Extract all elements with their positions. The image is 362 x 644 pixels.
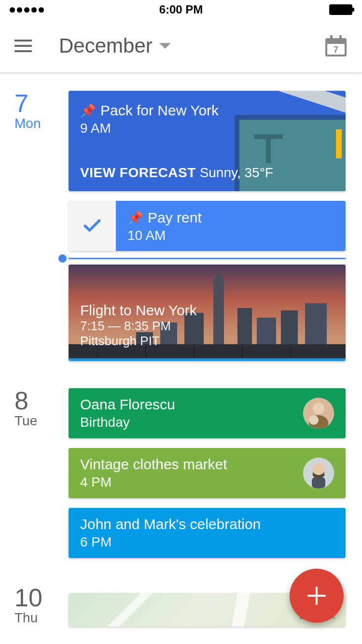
event-subtitle: Birthday — [80, 415, 175, 430]
pin-icon: 📌 — [127, 210, 143, 225]
svg-rect-8 — [266, 134, 271, 163]
day-number: 10 — [14, 585, 69, 610]
event-flight[interactable]: Flight to New York 7:15 — 8:35 PM Pittsb… — [69, 265, 346, 361]
now-dot-icon — [58, 254, 67, 263]
pin-icon: 📌 — [80, 103, 96, 118]
complete-checkbox[interactable] — [69, 201, 116, 251]
forecast-label: VIEW FORECAST — [80, 165, 196, 180]
svg-point-31 — [309, 415, 319, 425]
event-title: 📌 Pack for New York — [80, 102, 334, 119]
event-time: 9 AM — [80, 121, 334, 136]
chevron-down-icon — [159, 43, 171, 49]
event-pack-for-trip[interactable]: 📌 Pack for New York 9 AM VIEW FORECAST S… — [69, 91, 346, 191]
day-block: 7 Mon 📌 Pack for New York 9 AM — [0, 91, 362, 361]
forecast-link[interactable]: VIEW FORECAST Sunny, 35°F — [80, 165, 273, 181]
signal-strength-icon — [10, 7, 44, 13]
avatar — [303, 398, 334, 429]
event-celebration[interactable]: John and Mark's celebration 6 PM — [69, 508, 346, 558]
svg-text:7: 7 — [334, 45, 338, 55]
event-market[interactable]: Vintage clothes market 4 PM — [69, 448, 346, 498]
status-bar: 6:00 PM — [0, 0, 362, 19]
day-name: Tue — [14, 413, 69, 429]
event-birthday[interactable]: Oana Florescu Birthday — [69, 388, 346, 438]
day-block: 8 Tue Oana Florescu Birthday Vintage clo… — [0, 388, 362, 558]
month-selector[interactable]: December — [59, 34, 297, 57]
day-label: 10 Thu — [0, 585, 69, 627]
svg-rect-1 — [326, 39, 346, 44]
day-label: 8 Tue — [0, 388, 69, 558]
month-label: December — [59, 34, 153, 57]
event-title: John and Mark's celebration — [80, 516, 261, 532]
event-title: Oana Florescu — [80, 396, 175, 413]
event-title: 📌 Pay rent — [127, 210, 334, 226]
check-icon — [82, 215, 103, 237]
calendar-today-icon: 7 — [324, 34, 348, 57]
svg-rect-3 — [339, 35, 342, 41]
day-number: 7 — [14, 91, 69, 116]
battery-icon — [329, 4, 352, 15]
event-title: Vintage clothes market — [80, 456, 227, 473]
event-pay-rent[interactable]: 📌 Pay rent 10 AM — [69, 201, 346, 251]
event-time: 7:15 — 8:35 PM — [80, 319, 334, 334]
app-header: December 7 — [0, 19, 362, 73]
event-title: Flight to New York — [80, 302, 334, 319]
svg-rect-9 — [336, 129, 342, 158]
menu-icon[interactable] — [14, 40, 32, 52]
schedule-list[interactable]: 7 Mon 📌 Pack for New York 9 AM — [0, 73, 362, 627]
day-number: 8 — [14, 388, 69, 413]
avatar — [303, 458, 334, 489]
svg-point-29 — [313, 403, 324, 414]
day-label: 7 Mon — [0, 91, 69, 361]
day-name: Mon — [14, 116, 69, 131]
event-airport: Pittsburgh PIT — [80, 334, 334, 349]
svg-rect-34 — [312, 477, 325, 489]
today-button[interactable]: 7 — [324, 34, 348, 57]
event-time: 6 PM — [80, 534, 261, 550]
svg-marker-14 — [213, 269, 224, 281]
svg-rect-2 — [330, 35, 333, 41]
add-event-button[interactable] — [290, 569, 344, 623]
status-time: 6:00 PM — [159, 3, 203, 16]
day-events: 📌 Pack for New York 9 AM VIEW FORECAST S… — [69, 91, 362, 361]
event-time: 10 AM — [127, 228, 334, 243]
forecast-text: Sunny, 35°F — [200, 165, 273, 180]
event-time: 4 PM — [80, 475, 227, 490]
event-body: 📌 Pay rent 10 AM — [116, 201, 346, 251]
plus-icon — [306, 586, 327, 606]
day-events: Oana Florescu Birthday Vintage clothes m… — [69, 388, 362, 558]
day-name: Thu — [14, 610, 69, 626]
